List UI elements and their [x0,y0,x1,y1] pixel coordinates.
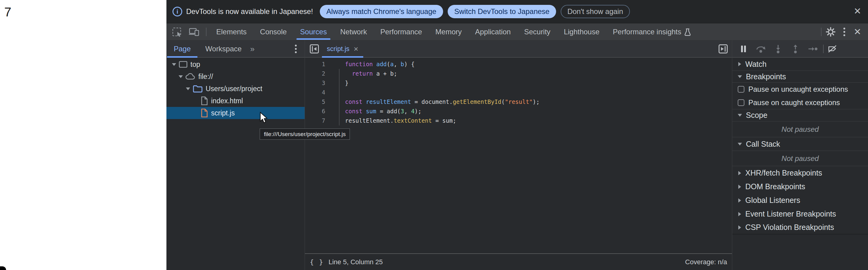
line-number[interactable]: 7 [305,116,325,125]
expander-icon[interactable] [738,212,741,216]
debugger-toolbar-separator [823,44,824,53]
file-tab-close-icon[interactable]: × [354,44,359,54]
file-tab-scriptjs[interactable]: script.js × [322,41,363,57]
more-options-icon[interactable] [843,28,845,36]
frame-icon [179,61,187,68]
page-heading: 7 [4,5,11,20]
sources-toolbar: Page Workspace » script.js × [166,40,868,58]
step-into-icon[interactable] [773,44,783,54]
pause-script-icon[interactable] [738,44,749,54]
expander-icon[interactable] [738,143,742,146]
step-out-icon[interactable] [790,44,801,54]
pause-uncaught-row[interactable]: Pause on uncaught exceptions [732,83,868,96]
tab-application[interactable]: Application [468,23,517,40]
expander-icon[interactable] [738,226,741,230]
coverage-label[interactable]: Coverage: n/a [685,258,727,266]
pause-caught-row[interactable]: Pause on caught exceptions [732,96,868,109]
device-toolbar-icon[interactable] [189,27,199,36]
hide-debugger-sidebar-icon[interactable] [719,44,728,54]
tab-console[interactable]: Console [253,23,293,40]
file-icon [201,96,208,106]
section-csp-violation-breakpoints[interactable]: CSP Violation Breakpoints [732,221,868,235]
dont-show-again-button[interactable]: Don't show again [561,5,629,18]
more-tabs-icon[interactable]: » [250,44,254,54]
expander-icon[interactable] [179,75,183,78]
pretty-print-icon[interactable]: { } [310,258,324,266]
code-line[interactable]: const sum = add(3, 4); [345,107,540,116]
hide-navigator-icon[interactable] [310,44,319,54]
tab-sources[interactable]: Sources [293,23,334,40]
expander-icon[interactable] [738,171,741,175]
line-number[interactable]: 4 [305,88,325,97]
tab-security[interactable]: Security [518,23,557,40]
line-number[interactable]: 2 [305,69,325,78]
infobar-close-icon[interactable]: ✕ [854,7,861,16]
code-line[interactable] [345,88,540,97]
pause-caught-checkbox[interactable] [738,99,744,106]
deactivate-breakpoints-icon[interactable] [827,44,838,54]
code-line[interactable]: const resultElement = document.getElemen… [345,97,540,107]
tab-memory[interactable]: Memory [429,23,469,40]
gutter: 1234567 [305,60,325,125]
navigator-menu-icon[interactable] [295,44,297,53]
section-global-listeners[interactable]: Global Listeners [732,193,868,207]
section-breakpoints[interactable]: Breakpoints [732,71,868,83]
step-over-icon[interactable] [756,44,766,54]
inspect-element-icon[interactable] [173,28,181,36]
expander-icon[interactable] [172,63,176,66]
editor-sidebar-divider[interactable] [732,40,732,270]
devtools-close-icon[interactable]: ✕ [854,27,861,36]
expander-icon[interactable] [186,87,190,90]
code-line[interactable]: function add(a, b) { [345,60,540,69]
section-xhr-breakpoints[interactable]: XHR/fetch Breakpoints [732,166,868,180]
tab-network[interactable]: Network [334,23,374,40]
tree-item-indexhtml[interactable]: index.html [166,95,305,107]
tree-item-label: file:// [198,72,213,81]
tree-item-label: script.js [211,109,235,117]
match-language-button[interactable]: Always match Chrome's language [320,5,443,18]
sources-content: top file:// Users/user/project [166,58,868,270]
section-call-stack[interactable]: Call Stack [732,137,868,151]
code-editor[interactable]: 1234567 function add(a, b) { return a + … [305,58,732,270]
switch-japanese-button[interactable]: Switch DevTools to Japanese [448,5,556,18]
pause-uncaught-checkbox[interactable] [738,86,744,93]
expander-icon[interactable] [738,198,741,203]
code-line[interactable]: return a + b; [345,69,540,78]
expander-icon[interactable] [738,185,741,189]
expander-icon[interactable] [738,75,742,78]
toolbar-right-controls: ✕ [821,27,868,37]
tab-performance[interactable]: Performance [374,23,429,40]
navigator-tab-workspace[interactable]: Workspace [198,41,249,57]
devtools-window: i DevTools is now available in Japanese!… [166,0,868,270]
section-scope[interactable]: Scope [732,109,868,121]
tree-item-scriptjs[interactable]: script.js [166,107,305,119]
editor-status-bar: { } Line 5, Column 25 Coverage: n/a [305,253,732,270]
line-number[interactable]: 5 [305,97,325,107]
section-dom-breakpoints[interactable]: DOM Breakpoints [732,180,868,193]
navigator-tab-page[interactable]: Page [166,41,198,57]
step-icon[interactable] [808,44,818,54]
tree-item-project-folder[interactable]: Users/user/project [166,83,305,95]
tree-item-file-protocol[interactable]: file:// [166,70,305,83]
line-number[interactable]: 3 [305,78,325,88]
section-event-listener-breakpoints[interactable]: Event Listener Breakpoints [732,207,868,221]
tree-item-top[interactable]: top [166,58,305,70]
tree-item-label: Users/user/project [206,85,262,93]
navigator-editor-divider[interactable] [305,40,305,270]
code-line[interactable]: } [345,78,540,88]
section-label: Scope [746,111,768,120]
file-tree: top file:// Users/user/project [166,58,305,270]
tree-item-label: top [190,60,200,69]
code-line[interactable]: resultElement.textContent = sum; [345,116,540,125]
expander-icon[interactable] [738,114,742,117]
expander-icon[interactable] [738,62,741,66]
screen: 7 i DevTools is now available in Japanes… [0,0,868,270]
line-number[interactable]: 1 [305,60,325,69]
tab-performance-insights[interactable]: Performance insights [606,23,698,40]
tree-item-label: index.html [211,97,243,105]
settings-gear-icon[interactable] [826,27,836,37]
tab-lighthouse[interactable]: Lighthouse [557,23,606,40]
section-watch[interactable]: Watch [732,58,868,71]
line-number[interactable]: 6 [305,107,325,116]
tab-elements[interactable]: Elements [210,23,253,40]
